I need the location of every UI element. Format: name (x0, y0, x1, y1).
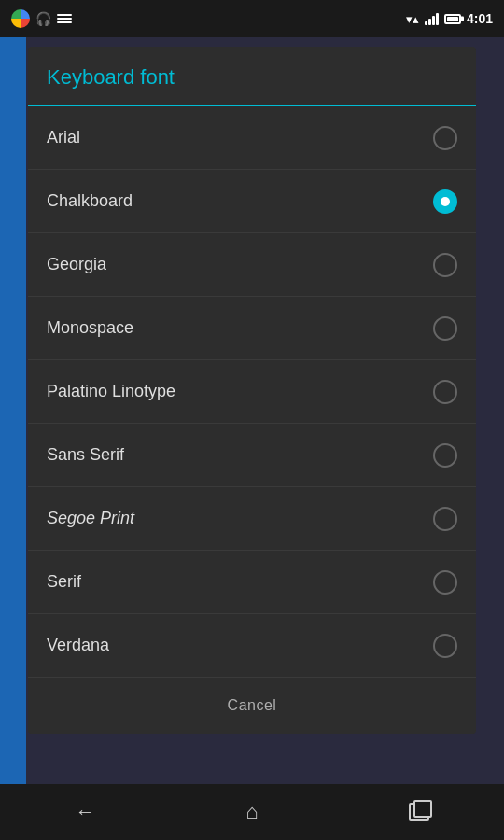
status-time: 4:01 (467, 11, 493, 26)
bg-accent (0, 37, 26, 784)
font-option-georgia[interactable]: Georgia (28, 233, 476, 297)
font-option-monospace[interactable]: Monospace (28, 297, 476, 360)
recents-icon (409, 803, 429, 821)
headphone-icon: 🎧 (35, 11, 51, 26)
font-label-verdana: Verdana (47, 636, 109, 655)
signal-icon (425, 12, 439, 25)
cancel-button[interactable]: Cancel (228, 697, 277, 714)
font-label-palatino: Palatino Linotype (47, 382, 175, 401)
recents-button[interactable] (409, 803, 429, 821)
bars-icon (57, 14, 72, 23)
status-icons-right: ▾▴ 4:01 (406, 11, 493, 26)
font-label-sansserif: Sans Serif (47, 445, 124, 465)
home-button[interactable]: ⌂ (245, 800, 258, 824)
cancel-row: Cancel (28, 678, 476, 734)
radio-arial (433, 126, 457, 150)
radio-georgia (433, 253, 457, 277)
dialog-title: Keyboard font (28, 47, 476, 106)
radio-sansserif (433, 443, 457, 468)
radio-verdana (433, 634, 457, 658)
radio-monospace (433, 316, 457, 341)
wifi-icon: ▾▴ (406, 12, 419, 26)
font-option-verdana[interactable]: Verdana (28, 614, 476, 678)
font-label-georgia: Georgia (47, 255, 106, 274)
status-bar: 🎧 ▾▴ 4:01 (0, 0, 504, 37)
status-icons-left: 🎧 (11, 9, 72, 28)
font-option-serif[interactable]: Serif (28, 551, 476, 614)
font-label-monospace: Monospace (47, 318, 133, 338)
radio-segoeprint (433, 507, 457, 531)
radio-chalkboard (433, 189, 457, 214)
battery-icon (444, 14, 461, 24)
navigation-bar: ← ⌂ (0, 784, 504, 840)
back-icon: ← (75, 800, 95, 824)
home-icon: ⌂ (245, 800, 258, 824)
font-option-palatino[interactable]: Palatino Linotype (28, 360, 476, 424)
font-label-chalkboard: Chalkboard (47, 191, 133, 211)
font-option-arial[interactable]: Arial (28, 106, 476, 170)
font-label-segoeprint: Segoe Print (47, 509, 134, 528)
back-button[interactable]: ← (75, 800, 95, 824)
font-option-segoeprint[interactable]: Segoe Print (28, 487, 476, 551)
font-option-chalkboard[interactable]: Chalkboard (28, 170, 476, 233)
font-label-serif: Serif (47, 572, 81, 592)
font-options-list: ArialChalkboardGeorgiaMonospacePalatino … (28, 106, 476, 678)
keyboard-font-dialog: Keyboard font ArialChalkboardGeorgiaMono… (28, 47, 476, 734)
google-icon (11, 9, 30, 28)
font-label-arial: Arial (47, 128, 80, 147)
font-option-sansserif[interactable]: Sans Serif (28, 424, 476, 487)
radio-palatino (433, 380, 457, 404)
radio-serif (433, 570, 457, 595)
